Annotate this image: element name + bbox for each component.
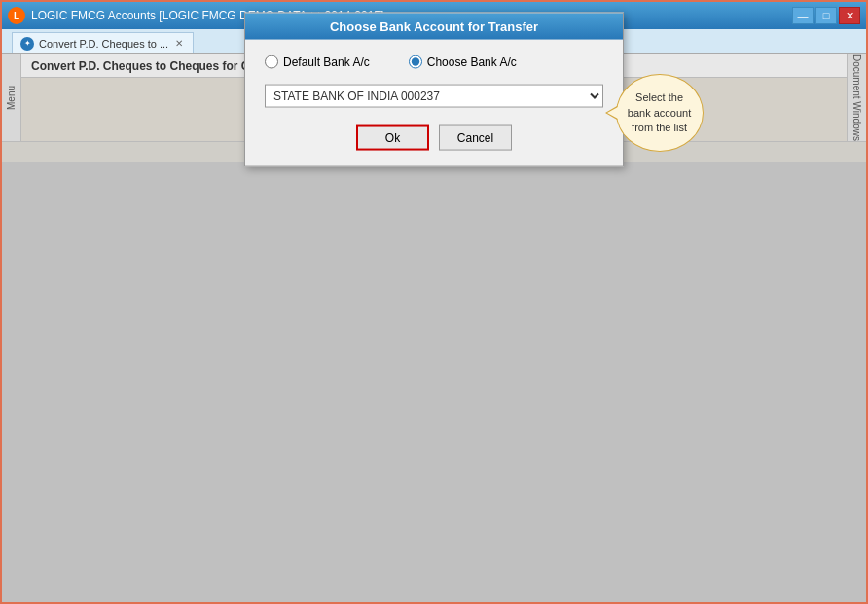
tab-icon: ✦ xyxy=(20,37,34,51)
cancel-button[interactable]: Cancel xyxy=(439,125,512,151)
minimize-button[interactable]: — xyxy=(792,7,814,24)
radio-default-label: Default Bank A/c xyxy=(283,55,370,69)
inner-content: Convert P.D. Cheques to Cheques for Coll… xyxy=(21,54,847,141)
dialog-title: Choose Bank Account for Transfer xyxy=(245,14,623,40)
button-row: Ok Cancel xyxy=(265,125,603,151)
dropdown-row: STATE BANK OF INDIA 000237 xyxy=(265,85,603,108)
maximize-button[interactable]: □ xyxy=(815,7,837,24)
document-windows-label: Document Windows xyxy=(851,54,862,141)
middle-section: Menu Convert P.D. Cheques to Cheques for… xyxy=(2,54,866,141)
sidebar-left: Menu xyxy=(2,54,21,141)
tab-close-button[interactable]: ✕ xyxy=(173,37,185,50)
radio-default-input[interactable] xyxy=(265,55,278,69)
callout: Select the bank account from the list xyxy=(616,74,704,152)
bank-account-dropdown[interactable]: STATE BANK OF INDIA 000237 xyxy=(265,85,603,108)
radio-choose-label: Choose Bank A/c xyxy=(427,55,517,69)
radio-row: Default Bank A/c Choose Bank A/c xyxy=(265,55,603,69)
radio-choose-input[interactable] xyxy=(409,55,422,69)
window-controls: — □ ✕ xyxy=(792,7,860,24)
menu-label: Menu xyxy=(6,86,17,110)
radio-default-option[interactable]: Default Bank A/c xyxy=(265,55,370,69)
tab-convert-pd[interactable]: ✦ Convert P.D. Cheques to ... ✕ xyxy=(12,32,194,53)
tab-label: Convert P.D. Cheques to ... xyxy=(39,38,168,50)
dialog-choose-bank: Choose Bank Account for Transfer Default… xyxy=(244,13,624,167)
callout-bubble: Select the bank account from the list xyxy=(616,74,704,152)
sidebar-right: Document Windows xyxy=(847,54,866,141)
close-button[interactable]: ✕ xyxy=(839,7,860,24)
app-icon: L xyxy=(8,7,25,24)
radio-choose-option[interactable]: Choose Bank A/c xyxy=(409,55,517,69)
dialog-body: Default Bank A/c Choose Bank A/c STATE B… xyxy=(245,40,623,166)
callout-text: Select the bank account from the list xyxy=(625,90,695,135)
ok-button[interactable]: Ok xyxy=(356,125,429,151)
